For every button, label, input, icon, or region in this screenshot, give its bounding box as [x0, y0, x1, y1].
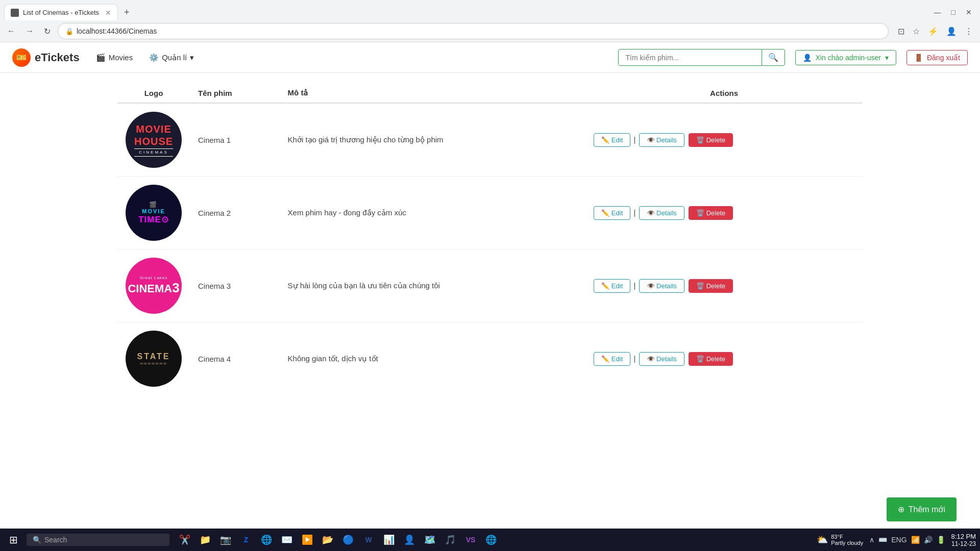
delete-button-1[interactable]: 🗑️ Delete — [689, 133, 733, 147]
edit-button-4[interactable]: ✏️ Edit — [594, 352, 630, 366]
edit-button-1[interactable]: ✏️ Edit — [594, 133, 630, 147]
weather-temp: 83°F — [831, 534, 863, 540]
weather-desc: Partly cloudy — [831, 540, 863, 546]
edit-button-2[interactable]: ✏️ Edit — [594, 206, 630, 220]
user-label: Xin chào admin-user — [816, 54, 881, 62]
taskbar-app-visual[interactable]: VS — [461, 531, 480, 549]
movies-label: Movies — [109, 53, 133, 62]
them-moi-plus-icon: ⊕ — [898, 505, 904, 514]
tray-keyboard: ⌨️ — [878, 536, 887, 544]
weather-info: 83°F Partly cloudy — [831, 534, 863, 546]
taskbar-app-mail[interactable]: ✉️ — [278, 531, 296, 549]
movies-icon: 🎬 — [96, 53, 106, 62]
actions-cell-3: ✏️ Edit | 👁️ Details 🗑️ Delete — [585, 249, 863, 322]
quanli-label: Quản lí — [162, 53, 187, 62]
taskbar-app-files[interactable]: 📁 — [196, 531, 214, 549]
taskbar-search-text: Search — [44, 536, 67, 544]
tab-title: List of Cinemas - eTickets — [23, 9, 99, 16]
taskbar-app-chrome[interactable]: 🔵 — [339, 531, 357, 549]
taskbar-search-box[interactable]: 🔍 Search — [27, 534, 169, 546]
cinema3-logo-text: Great Lakes CINEMA3 — [128, 276, 179, 296]
details-button-2[interactable]: 👁️ Details — [639, 206, 684, 220]
actions-cell-4: ✏️ Edit | 👁️ Details 🗑️ Delete — [585, 322, 863, 395]
search-button[interactable]: 🔍 — [762, 49, 785, 65]
taskbar-apps: ✂️ 📁 📷 Z 🌐 ✉️ ▶️ 📂 🔵 W 📊 👤 🗺️ 🎵 VS 🌐 — [176, 531, 500, 549]
them-moi-label: Thêm mới — [909, 505, 945, 514]
tab-bar: List of Cinemas - eTickets ✕ + — □ ✕ — [0, 0, 980, 20]
tray-volume: 🔊 — [924, 536, 933, 544]
taskbar-app-facebook[interactable]: 👤 — [400, 531, 419, 549]
details-button-3[interactable]: 👁️ Details — [639, 279, 684, 293]
user-dropdown-icon: ▾ — [885, 54, 889, 62]
actions-cell-2: ✏️ Edit | 👁️ Details 🗑️ Delete — [585, 177, 863, 249]
quanli-link[interactable]: ⚙️ Quản lí ▾ — [143, 50, 200, 65]
logo-cell-1: MOVIE HOUSE CINEMAS — [117, 103, 190, 177]
col-mo-ta: Mô tả — [280, 83, 586, 103]
active-tab[interactable]: List of Cinemas - eTickets ✕ — [4, 4, 118, 20]
taskbar-app-zalo[interactable]: Z — [237, 531, 255, 549]
menu-btn[interactable]: ⋮ — [962, 24, 976, 38]
them-moi-button[interactable]: ⊕ Thêm mới — [887, 497, 957, 521]
cinema4-logo-text: STATE ═══════ — [137, 352, 170, 366]
col-actions: Actions — [585, 83, 863, 103]
app-navbar: 🎫 eTickets 🎬 Movies ⚙️ Quản lí ▾ 🔍 👤 Xin… — [0, 42, 980, 73]
logo-cell-3: Great Lakes CINEMA3 — [117, 249, 190, 322]
address-text: localhost:44366/Cinemas — [77, 27, 881, 35]
profile-btn[interactable]: 👤 — [943, 24, 960, 38]
edit-button-3[interactable]: ✏️ Edit — [594, 279, 630, 293]
col-ten-phim: Tên phim — [190, 83, 280, 103]
search-input[interactable] — [619, 51, 762, 65]
cast-btn[interactable]: ⊡ — [895, 24, 908, 38]
cinema-name-3: Cinema 3 — [190, 249, 280, 322]
taskbar-app-folder[interactable]: 📂 — [318, 531, 337, 549]
main-content: Logo Tên phim Mô tả Actions MOVIE HOUSE … — [0, 73, 980, 529]
taskbar-app-spotify[interactable]: 🎵 — [441, 531, 459, 549]
movies-link[interactable]: 🎬 Movies — [90, 50, 139, 65]
taskbar-app-word[interactable]: W — [359, 531, 378, 549]
taskbar-app-youtube[interactable]: ▶️ — [298, 531, 316, 549]
taskbar-app-maps[interactable]: 🗺️ — [421, 531, 439, 549]
tray-battery: 🔋 — [937, 536, 945, 544]
taskbar-app-chrome2[interactable]: 🌐 — [482, 531, 500, 549]
taskbar-search-icon: 🔍 — [33, 536, 41, 544]
details-button-1[interactable]: 👁️ Details — [639, 133, 684, 147]
start-button[interactable]: ⊞ — [4, 531, 22, 549]
settings-icon: ⚙️ — [149, 53, 159, 62]
logo-circle-1: MOVIE HOUSE CINEMAS — [126, 112, 182, 168]
tray-arrow: ∧ — [869, 536, 874, 544]
search-box: 🔍 — [618, 49, 785, 66]
taskbar-right: ⛅ 83°F Partly cloudy ∧ ⌨️ ENG 📶 🔊 🔋 8:12… — [817, 533, 976, 547]
forward-btn[interactable]: → — [22, 24, 37, 38]
extensions-btn[interactable]: ⚡ — [925, 24, 941, 38]
brand-icon: 🎫 — [12, 48, 31, 67]
logout-icon: 🚪 — [914, 54, 923, 62]
tab-favicon — [11, 9, 19, 17]
taskbar-app-edge[interactable]: 🌐 — [257, 531, 276, 549]
lock-icon: 🔒 — [65, 28, 74, 35]
new-tab-button[interactable]: + — [120, 5, 134, 20]
cinema-name-2: Cinema 2 — [190, 177, 280, 249]
brand-name: eTickets — [35, 51, 80, 64]
logout-button[interactable]: 🚪 Đăng xuất — [906, 50, 968, 65]
user-button[interactable]: 👤 Xin chào admin-user ▾ — [795, 50, 896, 65]
delete-button-4[interactable]: 🗑️ Delete — [689, 352, 733, 366]
taskbar-app-scissors[interactable]: ✂️ — [176, 531, 194, 549]
taskbar-app-camera[interactable]: 📷 — [216, 531, 235, 549]
brand-icon-symbol: 🎫 — [16, 53, 27, 62]
minimize-btn[interactable]: — — [930, 6, 945, 18]
delete-button-2[interactable]: 🗑️ Delete — [689, 206, 733, 220]
weather-icon: ⛅ — [817, 534, 828, 545]
tab-close-btn[interactable]: ✕ — [105, 9, 111, 17]
bookmark-btn[interactable]: ☆ — [910, 24, 923, 38]
back-btn[interactable]: ← — [4, 24, 18, 38]
taskbar-app-excel[interactable]: 📊 — [380, 531, 398, 549]
browser-chrome: List of Cinemas - eTickets ✕ + — □ ✕ ← →… — [0, 0, 980, 42]
delete-button-3[interactable]: 🗑️ Delete — [689, 279, 733, 293]
maximize-btn[interactable]: □ — [947, 6, 960, 18]
close-window-btn[interactable]: ✕ — [962, 6, 976, 18]
cinema2-logo-text: 🎬 MOVIE TIME⊙ — [138, 201, 169, 225]
dropdown-icon: ▾ — [190, 53, 194, 62]
details-button-4[interactable]: 👁️ Details — [639, 352, 684, 366]
address-box[interactable]: 🔒 localhost:44366/Cinemas — [58, 23, 889, 39]
reload-btn[interactable]: ↻ — [41, 24, 54, 38]
